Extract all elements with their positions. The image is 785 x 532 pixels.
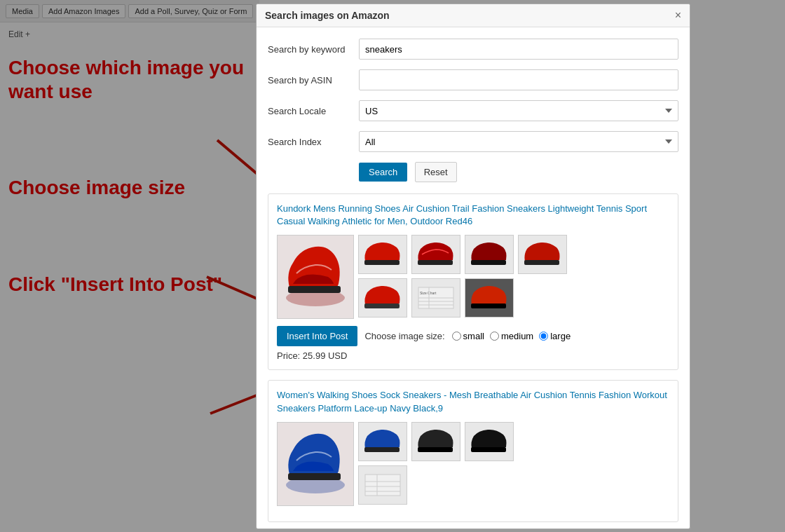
- thumb-1[interactable]: [358, 235, 407, 274]
- result-card-1: Kundork Mens Running Shoes Air Cushion T…: [268, 193, 678, 370]
- result-card-2: Women's Walking Shoes Sock Sneakers - Me…: [268, 380, 678, 521]
- result-2-thumb-col-1: [358, 422, 407, 506]
- thumb-shoe-1-svg: [362, 240, 404, 268]
- svg-rect-22: [418, 447, 453, 452]
- locale-row: Search Locale US UK DE FR JP: [268, 100, 678, 121]
- r2-thumb-1-svg: [362, 428, 404, 456]
- reset-button[interactable]: Reset: [415, 162, 457, 182]
- result-2-thumb-2[interactable]: [358, 465, 407, 505]
- search-actions: Search Reset: [268, 162, 678, 182]
- modal-header: Search images on Amazon ×: [257, 4, 690, 27]
- locale-select[interactable]: US UK DE FR JP: [359, 100, 678, 121]
- thumb-shoe-7-svg: [521, 240, 564, 268]
- svg-rect-1: [288, 286, 341, 293]
- thumb-5[interactable]: [465, 235, 514, 274]
- size-small-radio[interactable]: [452, 332, 461, 341]
- svg-rect-16: [364, 447, 400, 452]
- size-label: Choose image size:: [364, 331, 444, 341]
- size-large-label[interactable]: large: [539, 331, 571, 341]
- r2-thumb-4-svg: [468, 428, 510, 456]
- keyword-row: Search by keyword: [268, 39, 678, 60]
- result-2-title: Women's Walking Shoes Sock Sneakers - Me…: [277, 389, 669, 414]
- svg-rect-15: [288, 473, 341, 480]
- svg-rect-13: [524, 260, 559, 265]
- thumb-col-3: [465, 235, 514, 319]
- shoe-2-main-svg: [282, 425, 349, 503]
- svg-rect-12: [471, 303, 506, 308]
- result-2-thumb-1[interactable]: [358, 422, 407, 461]
- locale-label: Search Locale: [268, 106, 359, 116]
- svg-rect-3: [364, 303, 400, 308]
- index-row: Search Index All Apparel Electronics Boo…: [268, 131, 678, 152]
- asin-label: Search by ASIN: [268, 75, 359, 86]
- svg-rect-17: [365, 475, 400, 496]
- thumb-7[interactable]: [518, 235, 567, 274]
- size-small-text: small: [463, 331, 484, 341]
- thumb-6[interactable]: [465, 278, 514, 318]
- thumb-shoe-3-svg: [415, 240, 457, 268]
- result-1-main-image[interactable]: [277, 235, 354, 319]
- size-large-text: large: [550, 331, 571, 341]
- index-label: Search Index: [268, 137, 359, 147]
- size-radio-group: small medium large: [452, 331, 571, 341]
- thumb-4[interactable]: Size Chart: [411, 278, 460, 318]
- size-small-label[interactable]: small: [452, 331, 484, 341]
- insert-into-post-button[interactable]: Insert Into Post: [277, 326, 357, 346]
- thumb-col-1: [358, 235, 407, 319]
- thumb-shoe-2-svg: [362, 284, 404, 312]
- modal-title: Search images on Amazon: [265, 10, 390, 21]
- index-select[interactable]: All Apparel Electronics Books Sports: [359, 131, 678, 152]
- keyword-input[interactable]: [359, 39, 678, 60]
- thumb-col-4: [518, 235, 567, 319]
- svg-text:Size Chart: Size Chart: [420, 291, 437, 295]
- result-2-thumb-col-3: [465, 422, 514, 506]
- result-1-price: Price: 25.99 USD: [277, 350, 669, 361]
- result-2-thumb-col-2: [411, 422, 460, 506]
- svg-rect-4: [418, 260, 453, 265]
- thumb-2[interactable]: [358, 278, 407, 318]
- size-medium-label[interactable]: medium: [490, 331, 533, 341]
- svg-rect-11: [471, 260, 506, 265]
- result-2-thumb-3[interactable]: [411, 422, 460, 461]
- thumb-col-2: Size Chart: [411, 235, 460, 319]
- thumb-shoe-4-svg: Size Chart: [415, 284, 457, 312]
- keyword-label: Search by keyword: [268, 44, 359, 55]
- size-large-radio[interactable]: [539, 332, 548, 341]
- amazon-search-modal: Search images on Amazon × Search by keyw…: [256, 4, 690, 529]
- asin-input[interactable]: [359, 69, 678, 90]
- result-2-thumb-4[interactable]: [465, 422, 514, 461]
- size-medium-radio[interactable]: [490, 332, 499, 341]
- result-1-controls: Insert Into Post Choose image size: smal…: [277, 326, 669, 346]
- result-2-images: [277, 422, 669, 506]
- result-1-images: Size Chart: [277, 235, 669, 319]
- modal-close-button[interactable]: ×: [675, 10, 681, 21]
- shoe-main-svg: [282, 238, 349, 315]
- asin-row: Search by ASIN: [268, 69, 678, 90]
- result-1-title: Kundork Mens Running Shoes Air Cushion T…: [277, 203, 669, 228]
- thumb-shoe-6-svg: [468, 284, 510, 312]
- thumb-3[interactable]: [411, 235, 460, 274]
- modal-body: Search by keyword Search by ASIN Search …: [257, 27, 690, 528]
- svg-rect-23: [471, 447, 506, 452]
- r2-thumb-3-svg: [415, 428, 457, 456]
- size-medium-text: medium: [501, 331, 533, 341]
- svg-rect-2: [364, 260, 400, 265]
- r2-thumb-2-svg: [362, 471, 404, 499]
- search-button[interactable]: Search: [359, 163, 407, 182]
- result-2-main-image[interactable]: [277, 422, 354, 506]
- thumb-shoe-5-svg: [468, 240, 510, 268]
